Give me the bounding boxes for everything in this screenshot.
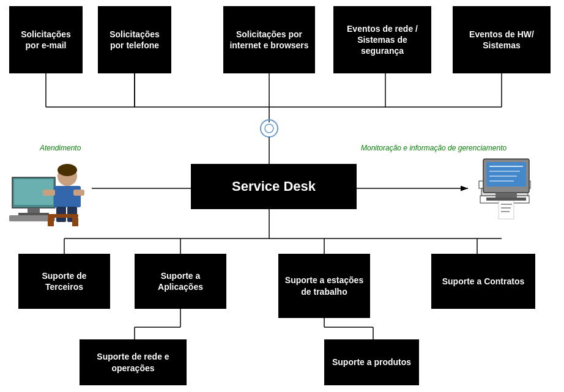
- svg-rect-34: [73, 190, 84, 196]
- svg-rect-49: [495, 193, 517, 198]
- svg-rect-39: [72, 218, 78, 226]
- box-email: Solicitações por e-mail: [9, 6, 83, 73]
- box-network-events: Eventos de rede / Sistemas de segurança: [333, 6, 431, 73]
- label-atendimento: Atendimento: [40, 144, 81, 152]
- svg-point-31: [58, 164, 77, 176]
- box-hw-events: Eventos de HW/ Sistemas: [453, 6, 551, 73]
- person-icon: [6, 153, 92, 226]
- svg-rect-33: [43, 190, 55, 196]
- svg-rect-32: [54, 186, 81, 207]
- svg-rect-28: [18, 213, 49, 215]
- machine-icon: [468, 153, 554, 226]
- box-suporte-contratos: Suporte a Contratos: [431, 254, 535, 309]
- svg-rect-44: [486, 162, 526, 187]
- svg-rect-27: [28, 208, 40, 213]
- svg-rect-50: [486, 198, 526, 201]
- box-internet: Solicitações por internet e browsers: [223, 6, 315, 73]
- box-suporte-aplicacoes: Suporte a Aplicações: [135, 254, 226, 309]
- box-suporte-rede: Suporte de rede e operações: [80, 339, 187, 385]
- box-service-desk: Service Desk: [191, 164, 357, 209]
- box-suporte-produtos: Suporte a produtos: [324, 339, 419, 385]
- box-suporte-estacoes: Suporte a estações de trabalho: [278, 254, 370, 318]
- svg-rect-38: [48, 218, 54, 226]
- svg-rect-51: [499, 201, 514, 219]
- box-suporte-terceiros: Suporte de Terceiros: [18, 254, 110, 309]
- box-phone: Solicitações por telefone: [98, 6, 171, 73]
- svg-point-9: [265, 124, 273, 133]
- diagram: Solicitações por e-mail Solicitações por…: [0, 0, 564, 392]
- svg-point-8: [261, 120, 278, 137]
- svg-rect-37: [48, 214, 78, 218]
- label-monitoracao: Monitoração e informação de gerenciament…: [361, 144, 514, 152]
